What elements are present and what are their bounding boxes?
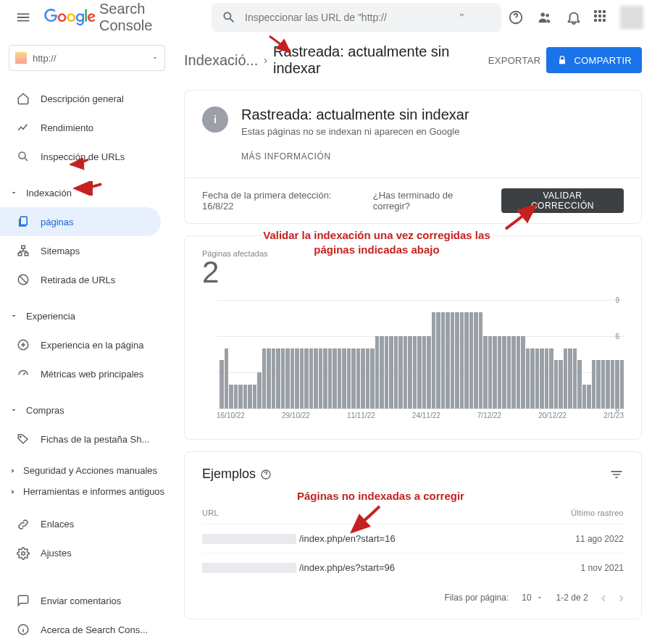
svg-rect-4 bbox=[20, 217, 27, 225]
sidebar-item-about[interactable]: Acerca de Search Cons... bbox=[0, 615, 161, 644]
lock-icon bbox=[556, 54, 568, 66]
validate-question: ¿Has terminado de corregir? bbox=[373, 190, 490, 212]
affected-pages-count: 2 bbox=[202, 255, 624, 290]
filter-icon[interactable] bbox=[609, 467, 624, 482]
sidebar-item-links[interactable]: Enlaces bbox=[0, 510, 161, 539]
pages-icon bbox=[16, 214, 30, 229]
status-subtitle: Estas páginas no se indexan ni aparecen … bbox=[241, 126, 469, 137]
sidebar-section-indexing[interactable]: Indexación bbox=[0, 178, 174, 207]
first-detected: Fecha de la primera detección: 16/8/22 bbox=[202, 190, 361, 212]
plus-circle-icon bbox=[16, 338, 30, 352]
sidebar-section-security[interactable]: Seguridad y Acciones manuales bbox=[0, 461, 174, 482]
arrow-down-icon bbox=[558, 508, 568, 518]
sidebar-item-settings[interactable]: Ajustes bbox=[0, 539, 161, 568]
product-name: Search Console bbox=[99, 1, 201, 34]
property-selector[interactable]: http:// bbox=[9, 45, 165, 71]
help-icon[interactable] bbox=[507, 9, 524, 26]
download-icon bbox=[469, 54, 482, 67]
product-logo: Search Console bbox=[43, 1, 201, 34]
table-row[interactable]: /index.php/en?start=1611 ago 2022 bbox=[202, 524, 624, 553]
search-icon bbox=[16, 149, 30, 164]
svg-point-2 bbox=[546, 14, 549, 17]
last-crawl-date: 11 ago 2022 bbox=[575, 534, 624, 544]
avatar[interactable] bbox=[620, 6, 643, 29]
apps-icon[interactable] bbox=[594, 10, 609, 25]
validate-fix-button[interactable]: VALIDAR CORRECCIÓN bbox=[501, 188, 624, 213]
property-label: http:// bbox=[33, 53, 146, 64]
info-icon bbox=[16, 622, 30, 637]
chevron-right-icon bbox=[9, 488, 17, 496]
pagination-range: 1-2 de 2 bbox=[556, 593, 588, 603]
home-icon bbox=[16, 91, 30, 106]
svg-point-11 bbox=[22, 552, 25, 556]
breadcrumb: Indexació... › Rastreada: actualmente si… bbox=[184, 43, 642, 77]
status-card: i Rastreada: actualmente sin indexar Est… bbox=[185, 91, 641, 178]
menu-button[interactable] bbox=[9, 3, 38, 32]
sidebar-section-legacy[interactable]: Herramientas e informes antiguos bbox=[0, 482, 174, 503]
chevron-right-icon bbox=[9, 467, 17, 475]
info-icon: i bbox=[202, 106, 228, 133]
users-icon[interactable] bbox=[536, 9, 553, 26]
last-crawl-date: 1 nov 2021 bbox=[581, 563, 624, 573]
sidebar-item-overview[interactable]: Descripción general bbox=[0, 84, 161, 113]
tag-icon bbox=[16, 432, 30, 446]
affected-pages-chart: Páginas afectadas 2 036916/10/2229/10/22… bbox=[184, 235, 642, 440]
sidebar-item-core-web-vitals[interactable]: Métricas web principales bbox=[0, 359, 161, 388]
svg-point-1 bbox=[541, 13, 546, 17]
feedback-icon bbox=[16, 593, 30, 608]
sidebar-item-feedback[interactable]: Enviar comentarios bbox=[0, 586, 161, 615]
svg-rect-6 bbox=[18, 253, 22, 256]
svg-rect-13 bbox=[559, 59, 565, 64]
sitemap-icon bbox=[16, 243, 30, 258]
chevron-down-icon bbox=[9, 188, 19, 197]
examples-title: Ejemplos bbox=[202, 467, 256, 482]
favicon bbox=[15, 52, 27, 64]
column-header-url[interactable]: URL bbox=[202, 509, 558, 517]
url-inspection-search[interactable] bbox=[212, 3, 501, 32]
links-icon bbox=[16, 517, 30, 532]
prev-page-button[interactable]: ‹ bbox=[601, 589, 606, 606]
notifications-icon[interactable] bbox=[565, 9, 582, 26]
help-icon[interactable] bbox=[260, 469, 272, 480]
export-button[interactable]: EXPORTAR bbox=[469, 54, 541, 67]
chevron-right-icon: › bbox=[264, 54, 267, 66]
sidebar-item-performance[interactable]: Rendimiento bbox=[0, 113, 161, 142]
search-icon bbox=[222, 10, 236, 25]
url-path: /index.php/es?start=96 bbox=[299, 562, 395, 573]
status-title: Rastreada: actualmente sin indexar bbox=[241, 106, 469, 123]
chevron-down-icon bbox=[151, 54, 159, 62]
svg-point-3 bbox=[19, 152, 25, 159]
sidebar-item-shopping-listings[interactable]: Fichas de la pestaña Sh... bbox=[0, 425, 161, 453]
sidebar-section-experience[interactable]: Experiencia bbox=[0, 301, 174, 330]
url-path: /index.php/en?start=16 bbox=[299, 533, 396, 544]
performance-icon bbox=[16, 120, 30, 135]
gear-icon bbox=[16, 546, 30, 561]
sidebar-section-shopping[interactable]: Compras bbox=[0, 396, 174, 425]
sidebar-item-page-experience[interactable]: Experiencia en la página bbox=[0, 330, 161, 359]
rows-per-page-select[interactable]: 10 bbox=[522, 593, 543, 603]
sidebar-item-url-inspection[interactable]: Inspección de URLs bbox=[0, 142, 161, 171]
table-row[interactable]: /index.php/es?start=961 nov 2021 bbox=[202, 553, 624, 582]
next-page-button[interactable]: › bbox=[619, 589, 624, 606]
search-input[interactable] bbox=[245, 12, 491, 23]
sidebar-item-pages[interactable]: páginas bbox=[0, 207, 161, 236]
column-header-last-crawl[interactable]: Último rastreo bbox=[558, 508, 624, 518]
chevron-down-icon bbox=[536, 594, 543, 601]
share-button[interactable]: COMPARTIR bbox=[546, 47, 642, 73]
removals-icon bbox=[16, 272, 30, 287]
chevron-down-icon bbox=[9, 406, 19, 414]
speed-icon bbox=[16, 367, 30, 381]
redacted-host bbox=[202, 563, 296, 573]
redacted-host bbox=[202, 534, 296, 544]
sidebar-item-sitemaps[interactable]: Sitemaps bbox=[0, 236, 161, 265]
breadcrumb-current: Rastreada: actualmente sin indexar bbox=[273, 43, 464, 77]
rows-per-page-label: Filas por página: bbox=[445, 593, 509, 603]
svg-rect-7 bbox=[25, 253, 28, 256]
chevron-down-icon bbox=[9, 311, 19, 320]
breadcrumb-parent[interactable]: Indexació... bbox=[184, 52, 258, 69]
sidebar-item-removals[interactable]: Retirada de URLs bbox=[0, 265, 161, 294]
more-info-link[interactable]: MÁS INFORMACIÓN bbox=[241, 151, 469, 162]
svg-rect-5 bbox=[22, 246, 25, 248]
svg-point-10 bbox=[20, 436, 22, 438]
